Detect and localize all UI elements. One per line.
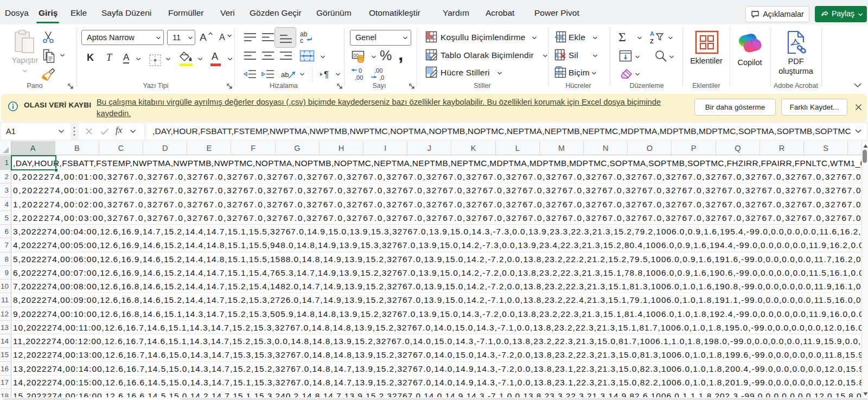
svg-text:¶: ¶ — [324, 69, 329, 80]
svg-text:A: A — [650, 30, 654, 37]
svg-text:,00: ,00 — [355, 74, 363, 81]
svg-text:0: 0 — [359, 67, 362, 74]
svg-text:c: c — [300, 37, 303, 45]
svg-text:,00: ,00 — [374, 67, 382, 74]
svg-text:,0: ,0 — [379, 74, 384, 81]
svg-text:Z: Z — [650, 38, 654, 45]
svg-text:ab: ab — [281, 71, 289, 79]
